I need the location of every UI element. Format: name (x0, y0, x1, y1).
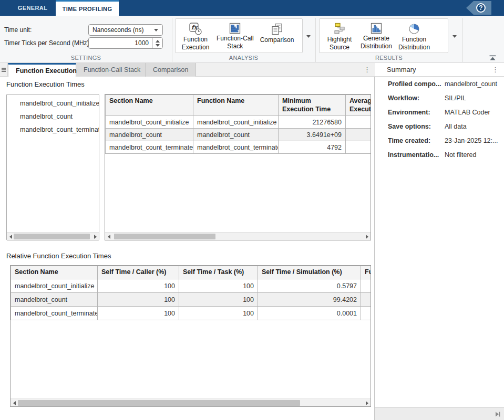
results-group: Highlight Source Generate Distribution (319, 18, 448, 53)
analysis-gallery-button[interactable] (304, 30, 313, 42)
time-unit-label: Time unit: (4, 26, 32, 34)
table-cell: 21276580 (279, 116, 346, 129)
list-horizontal-scrollbar[interactable] (7, 232, 99, 240)
table-cell: 100 (179, 307, 258, 320)
doc-tab-comparison[interactable]: Comparison (146, 63, 196, 77)
scroll-left-icon[interactable] (12, 401, 17, 406)
table-cell (361, 279, 372, 293)
table-cell: 0.5797 (258, 279, 361, 293)
chevron-down-icon (306, 35, 311, 38)
column-header[interactable]: Section Name (106, 95, 193, 116)
doc-tab-function-call-stack[interactable]: Function-Call Stack (76, 63, 146, 77)
table-header-row: Section Name Function Name MinimumExecut… (106, 95, 372, 116)
table-cell: mandelbrot_count_initialize (106, 116, 193, 129)
expand-panel-icon[interactable] (495, 411, 501, 417)
ribbon-button-label: Generate (363, 35, 389, 43)
table-row[interactable]: mandelbrot_count_initialize mandelbrot_c… (106, 116, 372, 129)
function-call-stack-button[interactable]: Function-Call Stack (213, 20, 257, 51)
scroll-thumb[interactable] (14, 234, 90, 239)
summary-field-value: Not filtered (445, 151, 502, 162)
column-header[interactable]: Section Name (11, 266, 98, 279)
chevron-down-icon (154, 29, 158, 32)
ribbon-button-label: Stack (227, 43, 243, 50)
column-header[interactable]: AverageExecution Time (346, 95, 372, 116)
doc-tab-function-execution[interactable]: Function Execution (8, 63, 76, 77)
spin-up-icon[interactable] (156, 40, 160, 43)
table-cell: mandelbrot_count (193, 129, 279, 141)
function-call-stack-icon (229, 22, 241, 35)
column-header[interactable]: Function Name (193, 95, 279, 116)
table-cell: mandelbrot_count_terminate (193, 141, 279, 154)
time-unit-select[interactable]: Nanoseconds (ns) (88, 24, 163, 36)
column-header[interactable]: Self Time / Caller (%) (98, 266, 179, 279)
table-row[interactable]: mandelbrot_count_terminate 100 100 0.000… (11, 307, 372, 320)
table-cell: 100 (98, 293, 179, 307)
results-gallery-button[interactable] (450, 30, 459, 42)
table-cell: 100 (179, 293, 258, 307)
scroll-left-icon[interactable] (106, 234, 111, 239)
timer-ticks-label: Timer Ticks per Second (MHz): (4, 39, 91, 47)
table-row[interactable]: mandelbrot_count 100 100 99.4202 (11, 293, 372, 307)
comparison-button[interactable]: Comparison (257, 20, 297, 51)
function-execution-button[interactable]: fx Function Execution (178, 20, 213, 51)
comparison-icon (270, 22, 284, 36)
generate-distribution-button[interactable]: Generate Distribution (357, 20, 395, 51)
summary-options-button[interactable]: ⋮ (492, 66, 499, 73)
summary-field-value: MATLAB Coder (445, 109, 502, 119)
column-header[interactable]: Self Time / Simulation (%) (258, 266, 361, 279)
tab-general[interactable]: GENERAL (9, 0, 56, 16)
toolstrip-separator (462, 18, 463, 62)
table-horizontal-scrollbar[interactable] (105, 232, 371, 240)
table-cell: mandelbrot_count (11, 293, 98, 307)
table-cell: 99.4202 (258, 293, 361, 307)
ribbon-button-label: Execution (182, 44, 210, 51)
table-cell: 4792 (279, 141, 346, 154)
app-tab-bar: GENERAL TIME PROFILING ? (0, 0, 504, 16)
tab-list-button[interactable] (0, 63, 8, 77)
scroll-right-icon[interactable] (92, 234, 98, 239)
highlight-source-button[interactable]: Highlight Source (322, 20, 357, 51)
function-listbox[interactable]: mandelbrot_count_initialize mandelbrot_c… (6, 94, 99, 240)
doc-options-button[interactable]: ⋮ (364, 66, 371, 73)
summary-field: Time created: 23-Jan-2025 12:... (388, 137, 502, 148)
column-header[interactable]: Function (361, 266, 372, 279)
function-distribution-button[interactable]: Function Distribution (395, 20, 433, 51)
summary-field: Workflow: SIL/PIL (388, 94, 502, 105)
timer-ticks-stepper[interactable] (152, 38, 162, 48)
table-row[interactable]: mandelbrot_count_initialize 100 100 0.57… (11, 279, 372, 293)
summary-titlebar: Summary ⋮ (375, 63, 504, 77)
table-row[interactable]: mandelbrot_count_terminate mandelbrot_co… (106, 141, 372, 154)
help-button[interactable]: ? (466, 1, 491, 15)
summary-field: Instrumentatio... Not filtered (388, 151, 502, 162)
column-header[interactable]: MinimumExecution Time (279, 95, 346, 116)
document-tabstrip: Function Execution Function-Call Stack C… (0, 63, 375, 77)
time-unit-value: Nanoseconds (ns) (92, 26, 154, 34)
tab-time-profiling[interactable]: TIME PROFILING (56, 0, 119, 16)
timer-ticks-input[interactable] (89, 38, 152, 48)
summary-field-label: Profiled compo... (388, 80, 445, 91)
generate-distribution-icon (370, 22, 383, 35)
list-item[interactable]: mandelbrot_count (7, 110, 99, 123)
relative-times-table[interactable]: Section Name Self Time / Caller (%) Self… (10, 265, 371, 407)
scroll-thumb[interactable] (114, 234, 215, 239)
scroll-left-icon[interactable] (8, 234, 13, 239)
summary-title: Summary (387, 66, 492, 74)
list-item[interactable]: mandelbrot_count_terminate (7, 123, 99, 136)
summary-field-value: SIL/PIL (445, 94, 502, 105)
execution-times-table[interactable]: Section Name Function Name MinimumExecut… (105, 94, 371, 240)
toolstrip: Time unit: Nanoseconds (ns) Timer Ticks … (0, 16, 504, 63)
scroll-thumb[interactable] (18, 400, 300, 406)
scroll-right-icon[interactable] (364, 234, 369, 239)
table-horizontal-scrollbar[interactable] (11, 398, 371, 406)
scroll-right-icon[interactable] (364, 401, 369, 406)
summary-panel: Summary ⋮ Profiled compo... mandelbrot_c… (375, 63, 504, 420)
table-row[interactable]: mandelbrot_count mandelbrot_count 3.6491… (106, 129, 372, 141)
table-cell (346, 129, 372, 141)
summary-field: Profiled compo... mandelbrot_count (388, 80, 502, 91)
ribbon-button-label: Highlight (327, 36, 352, 44)
ribbon-button-label: Comparison (260, 36, 294, 44)
list-item[interactable]: mandelbrot_count_initialize (7, 97, 99, 110)
collapse-toolstrip-button[interactable] (488, 54, 497, 61)
column-header[interactable]: Self Time / Task (%) (179, 266, 258, 279)
spin-down-icon[interactable] (156, 44, 160, 47)
